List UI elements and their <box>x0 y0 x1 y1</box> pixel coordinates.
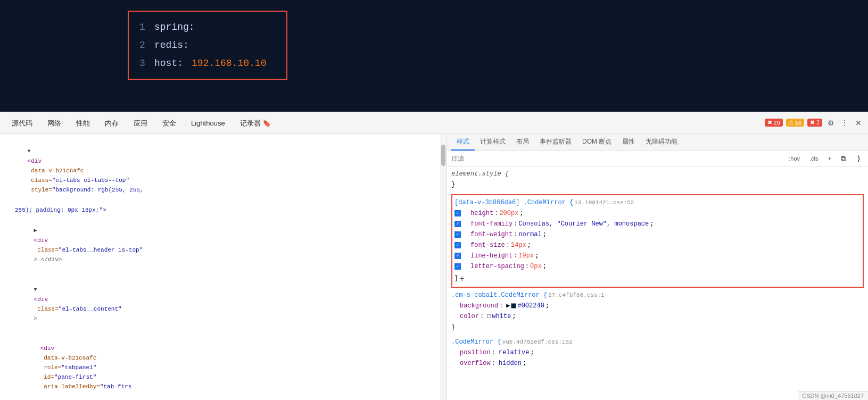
css-selector-cobalt: .cm-s-cobalt.CodeMirror { <box>451 290 547 301</box>
css-rule-cobalt: .cm-s-cobalt.CodeMirror { 27.c4fbf86.css… <box>451 290 864 332</box>
css-check-height[interactable] <box>454 210 461 216</box>
tab-application[interactable]: 应用 <box>126 112 155 134</box>
styles-panel: 样式 计算样式 布局 事件监听器 DOM 断点 属性 无障碍功能 :hov .c… <box>447 134 868 400</box>
css-check-letter-spacing[interactable] <box>454 263 461 270</box>
code-line-1: 1 spring: <box>139 18 276 36</box>
add-property-btn[interactable]: + <box>459 274 465 285</box>
css-check-font-weight[interactable] <box>454 231 461 238</box>
css-check-font-family[interactable] <box>454 221 461 227</box>
tab-dom-breakpoints[interactable]: DOM 断点 <box>577 134 617 151</box>
styles-tabs: 样式 计算样式 布局 事件监听器 DOM 断点 属性 无障碍功能 <box>447 134 868 151</box>
error-count: 20 <box>773 120 780 126</box>
tab-source[interactable]: 源代码 <box>4 112 40 134</box>
tab-accessibility[interactable]: 无障碍功能 <box>640 134 683 151</box>
styles-content: element.style { } [data-v-3b866da6] .Cod… <box>447 166 868 400</box>
toolbar-right: ✖ 20 ⚠ 16 ✖ 2 ⚙ ⋮ ✕ <box>765 118 864 128</box>
code-line-2: 2 redis: <box>139 36 276 54</box>
bottom-bar-text: CSDN @m0_47561027 <box>802 393 864 399</box>
dom-line-3: <div data-v-b21c6afc role="tabpanel" id=… <box>0 334 447 400</box>
info-icon: ✖ <box>810 119 815 126</box>
tab-computed[interactable]: 计算样式 <box>475 134 511 151</box>
css-file-cobalt: 27.c4fbf86.css:1 <box>548 290 605 301</box>
code-line-3: 3 host: 192.168.10.10 <box>139 54 276 72</box>
tab-memory[interactable]: 内存 <box>97 112 126 134</box>
filter-input[interactable] <box>451 155 782 162</box>
close-icon[interactable]: ✕ <box>853 118 864 128</box>
tab-recorder[interactable]: 记录器 🔖 <box>233 112 279 134</box>
tab-event-listeners[interactable]: 事件监听器 <box>534 134 577 151</box>
dom-scrollbar[interactable] <box>440 134 447 400</box>
color-swatch-bg <box>511 303 516 309</box>
devtools-toolbar: 源代码 网络 性能 内存 应用 安全 Lighthouse 记录器 🔖 ✖ 20… <box>0 112 868 134</box>
css-selector-base: .CodeMirror { <box>451 337 501 347</box>
styles-filter: :hov .cls + ⧉ ⟩ <box>447 151 868 166</box>
warn-count: 16 <box>795 120 801 126</box>
css-rule-codemirror-redbox: [data-v-3b866da6] .CodeMirror { 13.10814… <box>451 194 864 288</box>
dom-panel: ▼ <div data-v-b21c6afc class="el-tabs el… <box>0 134 447 400</box>
plus-button[interactable]: + <box>825 154 834 163</box>
info-count: 2 <box>816 119 820 126</box>
dom-line-0b: 255); padding: 0px 18px;"> <box>0 205 447 215</box>
error-badge: ✖ 20 <box>765 119 782 127</box>
css-element-style-selector: element.style { <box>451 169 509 179</box>
dom-line-2: ▼ <div class="el-tabs__content" > <box>0 274 447 334</box>
css-selector-codemirror: [data-v-3b866da6] .CodeMirror { <box>454 197 573 208</box>
dom-line-0: ▼ <div data-v-b21c6afc class="el-tabs el… <box>0 136 447 205</box>
css-rule-codemirror-base: .CodeMirror { vue.4d702edf.css:152 posit… <box>451 337 864 369</box>
bottom-bar: CSDN @m0_47561027 <box>798 391 868 400</box>
css-rule-element-style: element.style { } <box>451 169 864 190</box>
tab-network[interactable]: 网络 <box>40 112 69 134</box>
more-icon[interactable]: ⋮ <box>839 118 850 128</box>
tab-security[interactable]: 安全 <box>155 112 184 134</box>
warn-badge: ⚠ 16 <box>786 119 804 127</box>
tab-properties[interactable]: 属性 <box>617 134 640 151</box>
css-file-base: vue.4d702edf.css:152 <box>502 337 573 347</box>
tab-performance[interactable]: 性能 <box>69 112 97 134</box>
cls-button[interactable]: .cls <box>807 154 821 163</box>
dom-line-1: ▶ <div class="el-tabs__header is-top" >…… <box>0 215 447 274</box>
warn-icon: ⚠ <box>789 119 794 126</box>
css-check-line-height[interactable] <box>454 253 461 259</box>
hov-button[interactable]: :hov <box>786 154 803 163</box>
code-box: 1 spring: 2 redis: 3 host: 192.168.10.10 <box>128 11 287 80</box>
css-check-font-size[interactable] <box>454 242 461 248</box>
tab-lighthouse[interactable]: Lighthouse <box>184 112 233 134</box>
settings-icon[interactable]: ⚙ <box>825 118 836 128</box>
code-preview: 1 spring: 2 redis: 3 host: 192.168.10.10 <box>0 0 868 112</box>
tab-styles[interactable]: 样式 <box>451 134 475 151</box>
expand-icon[interactable]: ⟩ <box>853 153 864 164</box>
info-badge: ✖ 2 <box>807 119 822 127</box>
scroll-thumb[interactable] <box>441 145 445 166</box>
tab-layout[interactable]: 布局 <box>511 134 534 151</box>
copy-icon[interactable]: ⧉ <box>838 153 849 164</box>
main-content: ▼ <div data-v-b21c6afc class="el-tabs el… <box>0 134 868 400</box>
css-file-codemirror: 13.1081421.css:52 <box>574 197 634 208</box>
error-icon: ✖ <box>767 119 772 126</box>
